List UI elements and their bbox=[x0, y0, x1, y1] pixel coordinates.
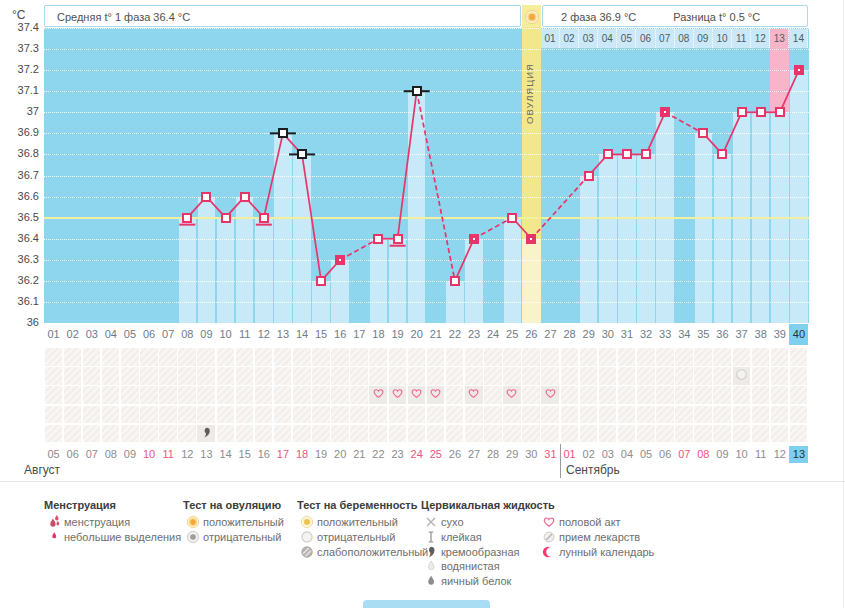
event-cell-row5-day2[interactable] bbox=[64, 425, 82, 443]
event-cell-row2-day19[interactable] bbox=[389, 367, 407, 385]
event-cell-row1-day27[interactable] bbox=[541, 348, 559, 366]
cycle-day-cell-16[interactable]: 16 bbox=[331, 324, 350, 345]
event-cell-row1-day7[interactable] bbox=[159, 348, 177, 366]
cycle-day-cell-26[interactable]: 26 bbox=[522, 324, 541, 345]
event-cell-row1-day14[interactable] bbox=[293, 348, 311, 366]
event-cell-row4-day23[interactable] bbox=[465, 406, 483, 424]
event-cell-row1-day19[interactable] bbox=[389, 348, 407, 366]
temp-point-day-31[interactable] bbox=[622, 149, 632, 159]
temp-point-day-30[interactable] bbox=[603, 149, 613, 159]
event-cell-row1-day20[interactable] bbox=[408, 348, 426, 366]
temp-point-day-8[interactable] bbox=[182, 213, 192, 223]
event-cell-row4-day35[interactable] bbox=[694, 406, 712, 424]
event-cell-row1-day40[interactable] bbox=[790, 348, 808, 366]
event-cell-row2-day20[interactable] bbox=[408, 367, 426, 385]
event-cell-row4-day8[interactable] bbox=[178, 406, 196, 424]
event-cell-row2-day40[interactable] bbox=[790, 367, 808, 385]
event-cell-row1-day4[interactable] bbox=[102, 348, 120, 366]
event-cell-row4-day33[interactable] bbox=[656, 406, 674, 424]
event-cell-row1-day32[interactable] bbox=[637, 348, 655, 366]
event-cell-row4-day9[interactable] bbox=[197, 406, 215, 424]
event-cell-row3-day36[interactable] bbox=[713, 386, 731, 404]
event-cell-filled[interactable] bbox=[197, 425, 215, 443]
event-cell-row5-day39[interactable] bbox=[771, 425, 789, 443]
temp-point-day-12[interactable] bbox=[259, 213, 269, 223]
cycle-day-cell-01[interactable]: 01 bbox=[44, 324, 63, 345]
cycle-day-cell-23[interactable]: 23 bbox=[464, 324, 483, 345]
event-cell-row1-day36[interactable] bbox=[713, 348, 731, 366]
cycle-day-cell-31[interactable]: 31 bbox=[617, 324, 636, 345]
event-cell-row1-day8[interactable] bbox=[178, 348, 196, 366]
event-cell-row1-day34[interactable] bbox=[675, 348, 693, 366]
cycle-day-cell-29[interactable]: 29 bbox=[579, 324, 598, 345]
event-cell-row4-day31[interactable] bbox=[618, 406, 636, 424]
temp-point-day-39[interactable] bbox=[775, 107, 785, 117]
event-cell-row2-day22[interactable] bbox=[446, 367, 464, 385]
event-cell-row4-day26[interactable] bbox=[522, 406, 540, 424]
event-cell-row4-day21[interactable] bbox=[427, 406, 445, 424]
cycle-day-cell-02[interactable]: 02 bbox=[63, 324, 82, 345]
cycle-day-cell-25[interactable]: 25 bbox=[503, 324, 522, 345]
cycle-day-cell-11[interactable]: 11 bbox=[235, 324, 254, 345]
event-cell-row2-day27[interactable] bbox=[541, 367, 559, 385]
event-cell-row2-day6[interactable] bbox=[140, 367, 158, 385]
event-cell-row5-day21[interactable] bbox=[427, 425, 445, 443]
temp-point-day-35[interactable] bbox=[698, 128, 708, 138]
event-cell-row4-day39[interactable] bbox=[771, 406, 789, 424]
event-cell-row1-day22[interactable] bbox=[446, 348, 464, 366]
event-cell-row5-day26[interactable] bbox=[522, 425, 540, 443]
event-cell-row5-day16[interactable] bbox=[331, 425, 349, 443]
temp-point-day-9[interactable] bbox=[201, 192, 211, 202]
event-cell-row4-day6[interactable] bbox=[140, 406, 158, 424]
cycle-day-cell-36[interactable]: 36 bbox=[713, 324, 732, 345]
event-cell-row3-day26[interactable] bbox=[522, 386, 540, 404]
cycle-day-cell-15[interactable]: 15 bbox=[312, 324, 331, 345]
event-cell-row4-day17[interactable] bbox=[350, 406, 368, 424]
event-cell-row3-day28[interactable] bbox=[561, 386, 579, 404]
event-cell-row5-day15[interactable] bbox=[312, 425, 330, 443]
event-cell-row2-day36[interactable] bbox=[713, 367, 731, 385]
cycle-day-cell-08[interactable]: 08 bbox=[178, 324, 197, 345]
event-cell-row5-day4[interactable] bbox=[102, 425, 120, 443]
event-cell-row3-day11[interactable] bbox=[236, 386, 254, 404]
cycle-day-cell-10[interactable]: 10 bbox=[216, 324, 235, 345]
event-cell-row1-day33[interactable] bbox=[656, 348, 674, 366]
cycle-day-cell-32[interactable]: 32 bbox=[636, 324, 655, 345]
event-cell-row3-day34[interactable] bbox=[675, 386, 693, 404]
temp-point-day-29[interactable] bbox=[584, 171, 594, 181]
cycle-day-cell-35[interactable]: 35 bbox=[694, 324, 713, 345]
temp-point-day-26[interactable] bbox=[526, 234, 536, 244]
event-cell-row5-day36[interactable] bbox=[713, 425, 731, 443]
event-cell-row2-day35[interactable] bbox=[694, 367, 712, 385]
event-cell-row3-day35[interactable] bbox=[694, 386, 712, 404]
cycle-day-cell-05[interactable]: 05 bbox=[120, 324, 139, 345]
event-cell-row1-day37[interactable] bbox=[733, 348, 751, 366]
event-cell-row4-day12[interactable] bbox=[255, 406, 273, 424]
event-cell-row2-day11[interactable] bbox=[236, 367, 254, 385]
event-cell-row5-day18[interactable] bbox=[369, 425, 387, 443]
event-cell-row1-day39[interactable] bbox=[771, 348, 789, 366]
event-cell-row4-day20[interactable] bbox=[408, 406, 426, 424]
event-cell-row2-day5[interactable] bbox=[121, 367, 139, 385]
event-cell-row2-day23[interactable] bbox=[465, 367, 483, 385]
event-cell-row3-day12[interactable] bbox=[255, 386, 273, 404]
temp-point-day-37[interactable] bbox=[737, 107, 747, 117]
event-cell-row4-day24[interactable] bbox=[484, 406, 502, 424]
event-cell-row1-day28[interactable] bbox=[561, 348, 579, 366]
event-cell-row3-day17[interactable] bbox=[350, 386, 368, 404]
event-cell-row3-day30[interactable] bbox=[599, 386, 617, 404]
cycle-day-cell-12[interactable]: 12 bbox=[254, 324, 273, 345]
event-cell-row2-day30[interactable] bbox=[599, 367, 617, 385]
event-cell-row4-day36[interactable] bbox=[713, 406, 731, 424]
event-cell-row2-day31[interactable] bbox=[618, 367, 636, 385]
event-cell-row3-day7[interactable] bbox=[159, 386, 177, 404]
event-cell-row4-day3[interactable] bbox=[83, 406, 101, 424]
event-cell-row5-day29[interactable] bbox=[580, 425, 598, 443]
event-cell-row3-day8[interactable] bbox=[178, 386, 196, 404]
event-cell-row4-day4[interactable] bbox=[102, 406, 120, 424]
event-cell-row1-day18[interactable] bbox=[369, 348, 387, 366]
temp-point-day-19[interactable] bbox=[393, 234, 403, 244]
event-cell-row5-day28[interactable] bbox=[561, 425, 579, 443]
event-cell-row1-day3[interactable] bbox=[83, 348, 101, 366]
event-cell-row2-day2[interactable] bbox=[64, 367, 82, 385]
